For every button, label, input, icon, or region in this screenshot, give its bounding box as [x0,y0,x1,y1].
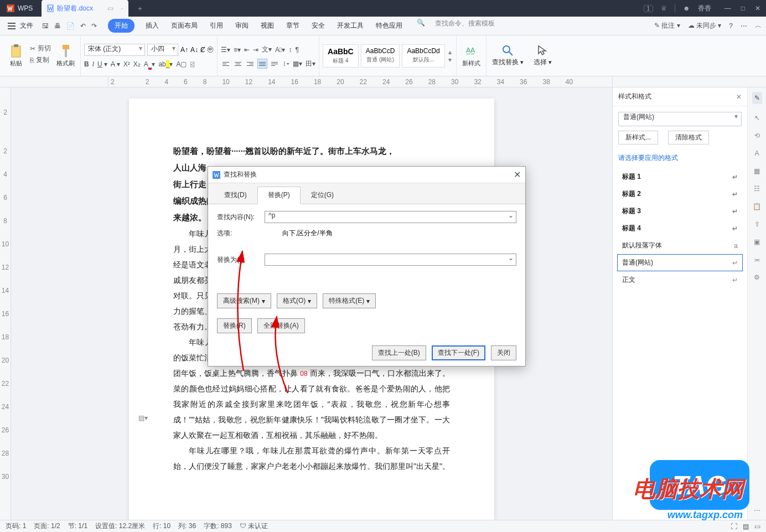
settings-icon[interactable]: ⚙ [754,273,760,281]
tab-developer[interactable]: 开发工具 [336,19,365,33]
style-item[interactable]: 标题 3↵ [617,203,743,220]
save-icon[interactable]: 🖫 [42,22,49,30]
format-button[interactable]: 格式(O) ▾ [277,293,317,308]
grid-icon[interactable]: ▦ [754,167,760,175]
align-distribute-icon[interactable] [270,59,280,69]
align-left-icon[interactable] [221,59,231,69]
copy-button[interactable]: ⎘ 复制 [30,55,51,65]
clear-format-link[interactable]: 清除格式 [668,131,709,144]
tab-references[interactable]: 引用 [209,19,224,33]
numbering-icon[interactable]: ≡▾ [234,46,241,54]
search-icon[interactable]: 🔍 [417,19,425,33]
minimize-icon[interactable]: — [724,4,731,12]
edit-icon[interactable]: ✎ [752,92,762,104]
tab-sections[interactable]: 章节 [285,19,301,33]
search-placeholder[interactable]: 查找命令、搜索模板 [435,19,495,33]
align-center-icon[interactable] [233,59,243,69]
find-input[interactable]: ^p [265,211,516,223]
find-replace-button[interactable]: 查找替换 ▾ [490,44,526,67]
view-print-icon[interactable]: ▤ [743,523,749,530]
sync-button[interactable]: ☁ 未同步 ▾ [688,21,722,30]
select-button[interactable]: 选择 ▾ [531,44,554,67]
user-avatar-icon[interactable]: ☻ [683,4,690,12]
replace-input[interactable] [265,254,516,266]
more-icon[interactable]: ⋯ [741,22,747,30]
cursor-icon[interactable]: ↖ [754,114,760,122]
tab-special[interactable]: 特色应用 [375,19,403,33]
highlight-icon[interactable]: ab_▾ [158,60,173,68]
borders-icon[interactable]: 田▾ [306,59,315,69]
tab-insert[interactable]: 插入 [144,19,160,33]
maximize-icon[interactable]: □ [741,4,745,12]
tab-close-icon[interactable]: · [121,4,123,12]
subscript-icon[interactable]: X₂ [133,60,141,68]
special-format-button[interactable]: 特殊格式(E) ▾ [323,293,376,308]
decrease-font-icon[interactable]: A↓ [190,46,198,54]
paste-button[interactable]: 粘贴 [8,44,24,68]
char-shading-icon[interactable]: A▢ [176,60,187,68]
text-direction-icon[interactable]: 文▾ [262,45,272,54]
format-painter-button[interactable]: 格式刷 [54,44,77,68]
dialog-close-button[interactable]: 关闭 [491,345,516,360]
status-verify[interactable]: 🛡 未认证 [240,521,268,531]
link-icon[interactable]: ⫘ [754,256,760,264]
document-tab[interactable]: 盼望着.docx ▭ · [42,0,128,17]
clipboard-icon[interactable]: 📋 [753,203,761,210]
panel-close-icon[interactable]: ✕ [736,93,742,101]
bullets-icon[interactable]: ☰▾ [221,46,230,54]
cut-button[interactable]: ✂ 剪切 [30,44,51,53]
style-item[interactable]: 标题 1↵ [617,168,743,185]
bold-icon[interactable]: B [84,60,89,68]
superscript-icon[interactable]: X² [123,60,130,68]
style-item[interactable]: 标题 4↵ [617,220,743,237]
print-preview-icon[interactable]: 🖶 [54,22,61,30]
para-spacing-icon[interactable]: ⫶▾ [283,60,289,68]
advanced-search-button[interactable]: 高级搜索(M) ▾ [217,293,271,308]
underline-icon[interactable]: U ▾ [97,60,107,68]
align-justify-icon[interactable] [257,59,267,69]
tab-home[interactable]: 开始 [108,19,134,33]
line-spacing-icon[interactable]: Aͣ▾ [275,46,285,54]
status-page-count[interactable]: 页面: 1/2 [34,521,60,531]
tab-review[interactable]: 审阅 [234,19,250,33]
share-icon[interactable]: ⇪ [754,220,760,228]
notification-badge[interactable]: 1 [644,5,654,12]
style-item[interactable]: 默认段落字体a [617,237,743,254]
decrease-indent-icon[interactable]: ⇤ [244,46,250,54]
style-default[interactable]: AaBbCcDd默认段... [402,44,444,68]
phonetic-icon[interactable]: ㊥ [207,45,214,54]
image-icon[interactable]: ▣ [754,238,760,246]
collapse-ribbon-icon[interactable]: ︿ [755,21,762,30]
status-word-count[interactable]: 字数: 893 [204,521,232,531]
replace-button[interactable]: 替换(R) [217,318,252,333]
increase-font-icon[interactable]: A↑ [180,46,188,54]
italic-icon[interactable]: I [92,60,94,68]
style-heading4[interactable]: AaBbC标题 4 [323,44,359,68]
help-icon[interactable]: ? [729,22,733,30]
refresh-icon[interactable]: ⟲ [754,132,760,140]
styles-expand-icon[interactable]: ▴▾ [447,44,453,68]
status-page-num[interactable]: 页码: 1 [6,521,26,531]
file-menu[interactable]: 文件 [4,21,37,30]
close-window-icon[interactable]: ✕ [755,4,760,12]
tab-security[interactable]: 安全 [310,19,326,33]
crown-icon[interactable]: ♕ [661,4,667,12]
sort-icon[interactable]: ↕ [288,46,292,54]
redo-icon[interactable]: ↷ [91,22,97,30]
text-icon[interactable]: A [754,149,759,157]
new-style-button[interactable]: A̲A̲ 新样式 [460,44,483,68]
replace-all-button[interactable]: 全部替换(A) [257,318,305,333]
font-name-select[interactable]: 宋体 (正文) [84,44,145,56]
dialog-tab-goto[interactable]: 定位(G) [301,187,344,204]
strikethrough-icon[interactable]: A ▾ [111,60,120,68]
current-style-select[interactable]: 普通(网站) [618,112,742,126]
new-style-link[interactable]: 新样式... [618,131,658,144]
find-prev-button[interactable]: 查找上一处(B) [372,345,426,360]
view-read-icon[interactable]: ▭ [754,523,760,530]
comment-indicator-icon[interactable]: ▤▾ [138,414,148,422]
style-item[interactable]: 正文↵ [617,271,743,288]
style-item[interactable]: 普通(网站)↵ [617,254,743,271]
font-color-icon[interactable]: A_▾ [144,60,156,68]
shading-icon[interactable]: ▦▾ [293,60,302,68]
add-tab-button[interactable]: ＋ [132,0,148,17]
